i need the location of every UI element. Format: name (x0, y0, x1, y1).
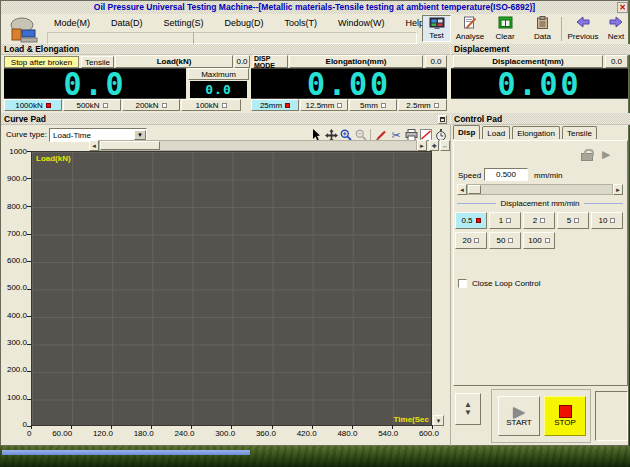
range-500kn-button[interactable]: 500kN (63, 99, 121, 111)
start-button[interactable]: ▶ START (498, 396, 540, 436)
range-25mm-button[interactable]: 25mm (251, 99, 299, 111)
chart-fit-button[interactable]: ↔ (440, 140, 450, 151)
speed-slider-track[interactable] (467, 184, 613, 195)
range-2-5mm-button[interactable]: 2.5mm (398, 99, 447, 111)
curve-pad-header-label: Curve Pad (4, 114, 46, 124)
tab-tensile[interactable]: Tensile (562, 126, 597, 139)
speed-slider-thumb[interactable] (468, 185, 481, 194)
range-1000kn-button[interactable]: 1000kN (4, 99, 62, 111)
chart-scrollbar-track[interactable] (99, 140, 417, 151)
data-clipboard-icon (536, 16, 549, 29)
jog-down-icon: ▼ (464, 409, 472, 417)
menu-mode[interactable]: Mode(M) (51, 17, 93, 29)
tab-tensile-label: Tensile (567, 129, 592, 138)
speed-slider-left-button[interactable]: ◄ (457, 184, 467, 195)
range-12-5mm-button[interactable]: 12.5mm (300, 99, 348, 111)
machine-logo-icon (8, 17, 42, 43)
range-500kn-label: 500kN (76, 101, 99, 110)
play-icon: ▶ (602, 148, 610, 161)
disp-mode-button[interactable]: DISP MODE (253, 55, 288, 68)
speed-0-5-button[interactable]: 0.5 (455, 212, 487, 229)
tab-load[interactable]: Load (482, 126, 510, 139)
speed-100-led-icon (545, 238, 550, 243)
chart-scrollbar-thumb[interactable] (100, 141, 160, 150)
y-tick: 100.0 (7, 393, 27, 402)
tab-elongation[interactable]: Elongation (512, 126, 560, 139)
curve-pad-maximize-button[interactable] (438, 115, 447, 124)
speed-50-label: 50 (497, 236, 506, 245)
x-tick: 420.0 (297, 429, 317, 438)
toolbar-previous-button[interactable]: Previous (565, 15, 601, 42)
range-200kn-button[interactable]: 200kN (122, 99, 180, 111)
tab-load-label: Load (487, 129, 505, 138)
speed-10-button[interactable]: 10 (591, 212, 623, 229)
toolbar-previous-label: Previous (567, 32, 598, 41)
range-2-5mm-label: 2.5mm (406, 101, 430, 110)
speed-100-label: 100 (528, 236, 541, 245)
toolbar-clear-button[interactable]: Clear (491, 15, 519, 42)
speed-slider-right-button[interactable]: ► (613, 184, 623, 195)
chart-plot-area[interactable]: Load(kN) Time(Sec (31, 151, 432, 426)
y-tick: 0 (23, 420, 27, 429)
maximum-label-button[interactable]: Maximum (188, 68, 249, 80)
y-tick: 300.0 (7, 338, 27, 347)
chart-scroll-left-button[interactable]: ◄ (89, 140, 99, 151)
x-tick: 240.0 (174, 429, 194, 438)
stop-button[interactable]: STOP (544, 396, 586, 436)
speed-1-button[interactable]: 1 (489, 212, 521, 229)
speed-2-button[interactable]: 2 (523, 212, 555, 229)
chevron-down-icon[interactable]: ▼ (134, 130, 146, 140)
x-tick: 180.0 (134, 429, 154, 438)
range-100kn-led-icon (222, 103, 227, 108)
range-5mm-button[interactable]: 5mm (349, 99, 397, 111)
displacement-peek-text: 0.0 (611, 57, 622, 66)
y-axis-tickmarks (27, 151, 31, 427)
maximum-value-display: 0.0 (190, 81, 247, 98)
analyse-icon (463, 16, 477, 29)
chart-scroll-down-button[interactable]: ▼ (433, 415, 444, 426)
desktop: { "window": { "title": "Oil Pressure Uni… (0, 0, 630, 467)
maximize-icon (440, 117, 445, 122)
speed-10-led-icon (610, 218, 615, 223)
chart-expand-button[interactable]: ✚ (429, 140, 439, 151)
range-100kn-label: 100kN (195, 101, 218, 110)
displacement-header-label: Displacement (454, 44, 509, 54)
speed-5-button[interactable]: 5 (557, 212, 589, 229)
close-button[interactable]: ✕ (617, 2, 628, 13)
speed-input[interactable]: 0.500 (484, 168, 528, 181)
chart-scroll-right-button[interactable]: ► (417, 140, 427, 151)
speed-20-button[interactable]: 20 (455, 232, 487, 249)
range-1000kn-label: 1000kN (15, 101, 43, 110)
x-axis-title: Time(Sec (394, 415, 429, 424)
toolbar-next-button[interactable]: Next (604, 15, 628, 42)
range-25mm-led-icon (285, 103, 290, 108)
speed-20-label: 20 (463, 236, 472, 245)
toolbar-data-button[interactable]: Data (529, 15, 556, 42)
speed-50-button[interactable]: 50 (489, 232, 521, 249)
range-2-5mm-led-icon (434, 103, 439, 108)
menu-debug[interactable]: Debug(D) (222, 17, 267, 29)
toolbar-analyse-button[interactable]: Analyse (453, 15, 487, 42)
close-loop-checkbox[interactable] (458, 279, 467, 288)
menu-data[interactable]: Data(D) (108, 17, 146, 29)
speed-10-label: 10 (599, 216, 608, 225)
toolbar-test-label: Test (429, 31, 444, 40)
menu-setting[interactable]: Setting(S) (161, 17, 207, 29)
speed-100-button[interactable]: 100 (523, 232, 555, 249)
load-value-display: 0.0 (4, 68, 186, 98)
maximum-label: Maximum (201, 70, 236, 79)
displacement-group-label: Displacement mm/min (457, 199, 623, 208)
test-icon (429, 17, 445, 30)
empty-toolbar-strip (47, 32, 417, 44)
title-bar[interactable]: Oil Pressure Universal Testing Machine--… (1, 1, 628, 14)
tab-disp[interactable]: Disp (453, 125, 480, 139)
range-200kn-led-icon (162, 103, 167, 108)
menu-tools[interactable]: Tools(T) (282, 17, 321, 29)
menu-window[interactable]: Window(W) (335, 17, 388, 29)
scroll-right-icon: ► (419, 143, 425, 149)
y-tick: 700.0 (7, 229, 27, 238)
toolbar-test-button[interactable]: Test (422, 15, 451, 42)
range-100kn-button[interactable]: 100kN (181, 99, 241, 111)
crosshead-jog-button[interactable]: ▲ ▼ (455, 393, 481, 425)
x-tick: 480.0 (337, 429, 357, 438)
